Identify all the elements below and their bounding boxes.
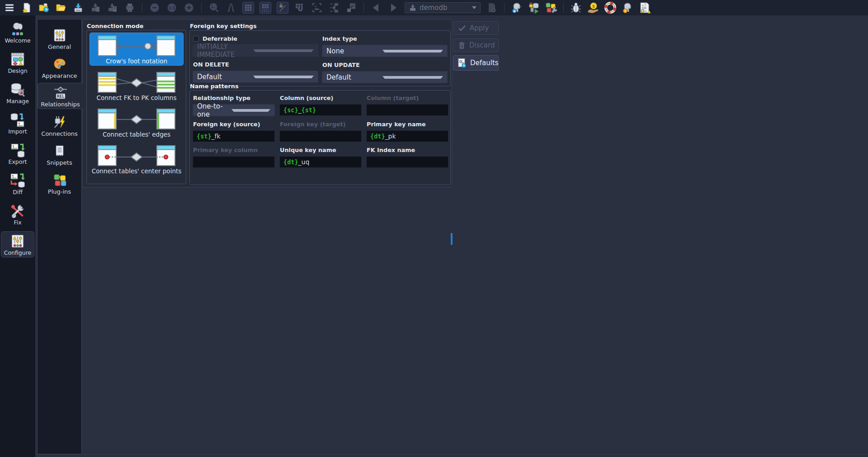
save-all-button[interactable]	[107, 2, 118, 14]
forward-button[interactable]	[387, 2, 399, 14]
connection-mode-fk-pk-columns[interactable]: Connect FK to PK columns	[90, 69, 184, 102]
tab-snippets[interactable]: Snippets	[38, 141, 81, 167]
save-model-button[interactable]	[72, 2, 84, 14]
forward-arrow-icon	[388, 2, 399, 13]
connection-mode-crows-foot[interactable]: Crow's foot notation	[90, 33, 184, 66]
node-links-icon	[329, 2, 340, 13]
sidebar-item-design[interactable]: Design	[1, 49, 34, 76]
donate-icon: $	[587, 2, 599, 14]
sidebar-item-diff[interactable]: Diff	[1, 171, 34, 197]
foreign-key-settings-title: Foreign key settings	[190, 23, 257, 29]
on-delete-select[interactable]: Default	[193, 71, 318, 83]
deferrable-checkbox[interactable]	[193, 36, 199, 42]
zoom-1-1-icon: 1:1	[166, 2, 177, 13]
checkmark-icon	[458, 24, 467, 33]
current-model-combo[interactable]: demodb	[405, 2, 481, 13]
chevron-down-icon	[231, 109, 270, 112]
main-menu-button[interactable]	[4, 2, 15, 14]
open-model-button[interactable]	[55, 2, 67, 14]
sidebar-item-configure[interactable]: Configure	[1, 231, 34, 257]
primary-key-column-input[interactable]	[193, 156, 275, 168]
deploy-button[interactable]	[528, 2, 540, 14]
sidebar-item-manage[interactable]: Manage	[1, 80, 34, 106]
recent-models-icon	[38, 2, 49, 13]
field-foreign-key-target: Foreign key (target)	[279, 121, 362, 142]
split-view-button[interactable]	[225, 2, 237, 14]
new-model-button[interactable]	[21, 2, 33, 14]
column-target-input[interactable]	[366, 104, 448, 116]
relationship-type-select[interactable]: One-to-one	[193, 104, 275, 116]
zoom-original-button[interactable]: 1:1	[166, 2, 178, 14]
bug-icon	[570, 2, 582, 14]
diagram-canvas-icon	[10, 52, 25, 67]
defaults-icon	[457, 58, 467, 68]
magnifier-button[interactable]	[208, 2, 220, 14]
deferrable-label: Deferrable	[203, 36, 237, 42]
column-source-input[interactable]: {sc}_{st}	[279, 104, 362, 116]
print-button[interactable]	[124, 2, 136, 14]
zoom-out-button[interactable]	[149, 2, 160, 14]
donate-button[interactable]: $	[587, 2, 599, 14]
sidebar-item-import[interactable]: Import	[1, 110, 34, 136]
elephant-sql-icon: #	[511, 2, 523, 14]
deferral-mode-select[interactable]: INITIALLY IMMEDIATE	[193, 44, 318, 57]
align-to-grid-toggle[interactable]	[259, 2, 271, 14]
show-grid-toggle[interactable]	[242, 2, 254, 14]
discard-button[interactable]: Discard	[453, 38, 499, 52]
lock-delimiters-toggle[interactable]	[277, 2, 288, 14]
sidebar-item-fix[interactable]: Fix	[1, 201, 34, 227]
model-to-db-icon	[10, 143, 25, 158]
connection-mode-center-points[interactable]: Connect tables' center points	[90, 143, 184, 176]
connection-mode-title: Connection mode	[87, 23, 144, 29]
tab-connections[interactable]: Connections	[38, 112, 81, 138]
sql-tool-button[interactable]: #	[511, 2, 523, 14]
index-type-label: Index type	[322, 35, 448, 42]
index-type-select[interactable]: None	[322, 45, 448, 57]
license-button[interactable]	[639, 2, 651, 14]
print-icon	[124, 2, 135, 13]
sidebar-item-welcome[interactable]: Welcome	[1, 19, 34, 45]
connection-mode-group: Crow's foot notation Connect FK to PK co…	[86, 30, 186, 184]
close-model-button[interactable]	[486, 2, 498, 14]
tab-plug-ins[interactable]: Plug-ins	[38, 170, 81, 196]
defaults-button[interactable]: Defaults	[453, 55, 499, 71]
tab-relationships[interactable]: REL Relationships	[38, 83, 83, 109]
chevron-down-icon	[382, 50, 443, 52]
primary-key-name-input[interactable]: {dt}_pk	[366, 130, 448, 142]
model-db-diff-icon	[10, 173, 25, 188]
db-to-model-icon	[10, 112, 25, 128]
open-recent-button[interactable]	[38, 2, 50, 14]
save-all-icon	[107, 2, 118, 13]
plugins-wrench-icon	[545, 2, 557, 14]
support-button[interactable]	[604, 2, 616, 14]
sidebar-item-export[interactable]: Export	[1, 140, 34, 167]
fk-index-name-input[interactable]	[366, 156, 448, 168]
select-objects-button[interactable]	[311, 2, 323, 14]
zoom-in-icon	[184, 2, 194, 13]
on-update-label: ON UPDATE	[322, 62, 448, 68]
tab-general[interactable]: General	[38, 25, 81, 51]
merge-grid-button[interactable]	[294, 2, 306, 14]
magnifier-icon	[208, 2, 219, 13]
unique-key-name-input[interactable]: {dt}_uq	[279, 156, 362, 168]
zoom-in-button[interactable]	[183, 2, 195, 14]
plugins-toolbar-button[interactable]	[545, 2, 557, 14]
align-grid-icon	[261, 3, 270, 12]
on-delete-label: ON DELETE	[193, 62, 318, 68]
on-update-select[interactable]: Default	[322, 71, 448, 83]
connection-mode-table-edges[interactable]: Connect tables' edges	[90, 106, 184, 139]
toolbar-separator	[563, 3, 564, 13]
apply-button[interactable]: Apply	[453, 21, 499, 35]
foreign-key-settings-group: Deferrable INITIALLY IMMEDIATE ON DELETE…	[189, 30, 451, 86]
save-as-button[interactable]	[90, 2, 101, 14]
foreign-key-source-input[interactable]: {st}_fk	[193, 130, 275, 142]
relationships-view-button[interactable]	[328, 2, 340, 14]
compact-view-icon	[346, 2, 357, 13]
compact-view-button[interactable]	[345, 2, 357, 14]
tab-appearance[interactable]: Appearance	[38, 54, 81, 80]
about-button[interactable]: ?	[622, 2, 633, 14]
svg-text:1:1: 1:1	[168, 6, 175, 10]
back-button[interactable]	[370, 2, 382, 14]
report-bug-button[interactable]	[570, 2, 582, 14]
foreign-key-target-input[interactable]	[279, 130, 362, 142]
